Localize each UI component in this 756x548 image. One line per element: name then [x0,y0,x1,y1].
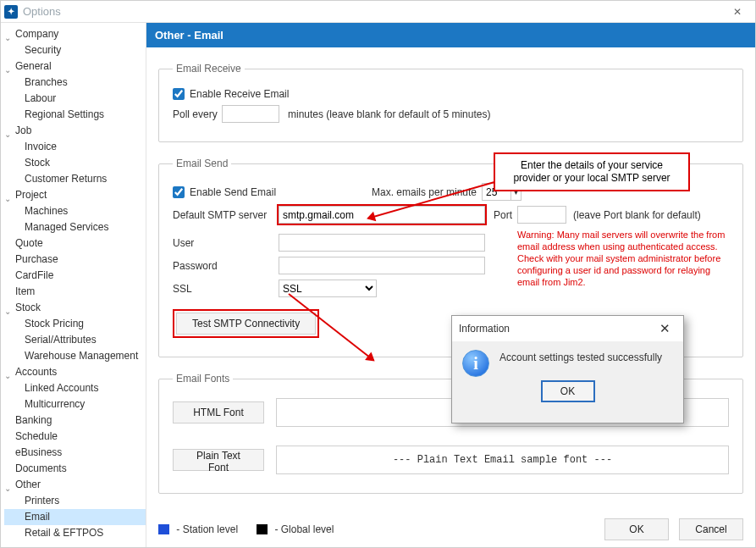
user-input[interactable] [279,234,485,252]
tree-parent-label: General [15,59,52,74]
tree-parent[interactable]: Documents [4,461,146,477]
tree-child-label: Retail & EFTPOS [25,526,103,540]
chk-enable-send[interactable] [173,186,185,198]
group-email-receive: Email Receive Enable Receive Email Poll … [158,63,743,142]
smtp-warning: Warning: Many mail servers will overwrit… [517,229,729,288]
port-label: Port [494,209,512,221]
tree-parent[interactable]: ⌄General [4,58,146,75]
port-input[interactable] [517,206,566,224]
blank-icon [4,240,13,248]
tree-parent[interactable]: ⌄Project [4,187,146,203]
global-level-legend: - Global level [257,523,334,535]
chevron-down-icon: ⌄ [4,481,13,490]
tree-child[interactable]: Warehouse Management [4,348,146,364]
tree-child-label: Printers [25,494,59,508]
tree-parent-label: Project [15,188,47,202]
tree-child-label: Warehouse Management [25,349,138,363]
plain-font-sample: --- Plain Text Email sample font --- [276,446,729,474]
tree-child[interactable]: Retail & EFTPOS [4,525,146,541]
tree-parent-label: Item [15,285,35,299]
info-dialog-ok-button[interactable]: OK [541,380,595,402]
tree-parent-label: CardFile [15,268,53,283]
tree-parent[interactable]: CardFile [4,268,146,284]
tree-child[interactable]: Branches [4,75,146,91]
tree-parent-label: Quote [15,236,43,251]
chevron-down-icon: ⌄ [4,304,13,313]
global-swatch-icon [257,524,268,534]
chevron-down-icon: ⌄ [4,368,13,377]
blank-icon [4,433,13,441]
tree-parent-label: eBusiness [15,446,62,460]
info-dialog-title: Information [459,323,510,335]
tree-child[interactable]: Multicurrency [4,396,146,412]
tree-parent[interactable]: Quote [4,235,146,252]
tree-parent[interactable]: ⌄Accounts [4,364,146,380]
tree-parent[interactable]: Purchase [4,252,146,268]
tree-parent[interactable]: ⌄Company [4,26,146,42]
tree-child[interactable]: Labour [4,91,146,107]
page-title: Other - Email [146,23,755,47]
tree-child-label: Machines [25,204,68,219]
tree-child-label: Branches [25,75,68,90]
options-tree: ⌄CompanySecurity⌄GeneralBranchesLabourRe… [1,23,146,547]
tree-child-label: Serial/Attributes [25,333,97,347]
tree-child[interactable]: Machines [4,203,146,219]
tree-parent[interactable]: eBusiness [4,445,146,461]
smtp-label: Default SMTP server [173,209,279,221]
tree-child[interactable]: Regional Settings [4,107,146,123]
chevron-down-icon: ⌄ [4,63,13,71]
tree-child[interactable]: Linked Accounts [4,380,146,396]
close-icon[interactable]: ✕ [723,1,752,23]
callout-smtp-hint: Enter the details of your service provid… [494,152,690,191]
tree-parent-label: Purchase [15,252,58,267]
main-pane: Other - Email Email Receive Enable Recei… [146,23,755,547]
tree-parent-label: Job [15,124,31,138]
tree-parent[interactable]: Schedule [4,429,146,445]
ssl-select[interactable]: SSL [279,280,377,297]
blank-icon [4,449,13,457]
info-dialog-message: Account settings tested successfully [499,350,662,363]
info-dialog-close-icon[interactable]: ✕ [653,321,676,336]
html-font-button[interactable]: HTML Font [173,401,264,423]
test-connectivity-button[interactable]: Test SMTP Connectivity [176,313,316,335]
ssl-label: SSL [173,283,279,295]
blank-icon [4,272,13,280]
legend-send: Email Send [173,158,231,169]
main-body: Email Receive Enable Receive Email Poll … [146,47,755,547]
tree-child[interactable]: Security [4,42,146,58]
tree-child[interactable]: Email [4,509,146,525]
chevron-down-icon: ⌄ [4,127,13,136]
tree-child[interactable]: Managed Services [4,219,146,235]
tree-parent[interactable]: Item [4,284,146,300]
info-icon: i [462,350,489,377]
poll-input[interactable] [222,105,279,123]
tree-child-label: Email [25,510,50,524]
app-icon: ✦ [4,5,18,19]
tree-parent[interactable]: ⌄Other [4,477,146,493]
password-label: Password [173,260,279,272]
chk-enable-receive-label: Enable Receive Email [190,88,289,100]
tree-child[interactable]: Stock Pricing [4,316,146,332]
tree-child[interactable]: Customer Returns [4,171,146,187]
poll-label: Poll every [173,108,222,120]
password-input[interactable] [279,257,485,274]
blank-icon [4,256,13,264]
station-swatch-icon [158,524,169,534]
port-hint: (leave Port blank for default) [573,209,701,221]
plain-font-button[interactable]: Plain Text Font [173,449,264,471]
tree-parent[interactable]: ⌄Job [4,123,146,139]
chk-enable-receive[interactable] [173,88,185,100]
tree-child[interactable]: Printers [4,493,146,509]
user-label: User [173,237,279,249]
tree-parent[interactable]: Banking [4,412,146,429]
blank-icon [4,288,13,296]
tree-child[interactable]: Invoice [4,139,146,155]
cancel-button[interactable]: Cancel [679,518,743,540]
tree-parent[interactable]: ⌄Stock [4,300,146,316]
chk-enable-send-label: Enable Send Email [190,186,276,198]
tree-child[interactable]: Stock [4,155,146,171]
window-title: Options [23,5,723,18]
tree-child-label: Stock [25,156,50,170]
tree-child[interactable]: Serial/Attributes [4,332,146,348]
ok-button[interactable]: OK [604,518,669,540]
